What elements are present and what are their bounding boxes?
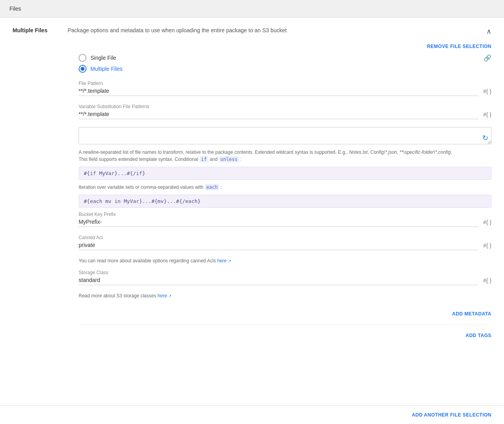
help-text-iteration: Iteration over variable sets or comma-se… <box>79 184 491 191</box>
transform-textarea[interactable] <box>79 127 491 144</box>
main-content: Multiple Files Package options and metad… <box>0 18 504 406</box>
variable-substitution-group: Variable Substitution File Patterns <box>79 104 478 119</box>
section-title: Multiple Files <box>13 27 68 33</box>
page-footer: ADD ANOTHER FILE SELECTION <box>0 406 504 424</box>
storage-class-input[interactable] <box>79 277 478 285</box>
iteration-text: Iteration over variable sets or comma-se… <box>79 184 222 190</box>
add-metadata-container: ADD METADATA <box>79 308 491 320</box>
each-example-text: #{each mv in MyVar}...#{mv}...#{/each} <box>84 198 200 204</box>
external-link-icon: ↗ <box>228 259 231 263</box>
textarea-row: ↻ <box>79 127 491 146</box>
bucket-key-prefix-group: Bucket Key Prefix <box>79 212 478 227</box>
storage-class-group: Storage Class <box>79 270 478 285</box>
divider-1 <box>79 324 491 325</box>
storage-class-info: Read more about S3 storage classes here … <box>79 293 491 299</box>
canned-acl-label: Canned Acl <box>79 235 478 240</box>
radio-circle-single[interactable] <box>79 54 86 62</box>
each-example-block: #{each mv in MyVar}...#{mv}...#{/each} <box>79 195 491 208</box>
storage-class-link[interactable]: here ↗ <box>158 293 171 299</box>
add-tags-link[interactable]: ADD TAGS <box>465 333 491 338</box>
bucket-key-prefix-label: Bucket Key Prefix <box>79 212 478 217</box>
section-description: Package options and metadata to use when… <box>68 27 486 33</box>
file-pattern-group: File Pattern <box>79 81 478 96</box>
collapse-icon[interactable]: ∧ <box>486 27 491 36</box>
file-pattern-row: File Pattern #{ } <box>79 81 491 96</box>
page-header-title: Files <box>9 6 21 12</box>
each-tag: each <box>205 184 219 190</box>
storage-class-icon[interactable]: #{ } <box>483 277 491 285</box>
if-example-block: #{if MyVar}...#{/if} <box>79 167 491 180</box>
add-tags-container: ADD TAGS <box>79 330 491 341</box>
variable-substitution-label: Variable Substitution File Patterns <box>79 104 478 109</box>
page-wrapper: Files Multiple Files Package options and… <box>0 0 504 424</box>
refresh-button[interactable]: ↻ <box>482 134 488 142</box>
help-text-wildcard: A newline-separated list of file names t… <box>79 149 491 163</box>
section-header: Multiple Files Package options and metad… <box>0 18 504 41</box>
variable-substitution-row: Variable Substitution File Patterns #{ } <box>79 104 491 119</box>
add-metadata-link[interactable]: ADD METADATA <box>452 311 491 317</box>
radio-multiple-files[interactable]: Multiple Files <box>79 65 491 73</box>
storage-class-info-text: Read more about S3 storage classes here … <box>79 293 171 299</box>
radio-single-file[interactable]: Single File 🔗 <box>79 54 491 62</box>
unless-tag: unless <box>219 156 239 162</box>
if-tag: if <box>200 156 208 162</box>
canned-acl-info-text: You can read more about available option… <box>79 258 231 264</box>
storage-class-row: Storage Class #{ } <box>79 270 491 285</box>
canned-acl-link[interactable]: here ↗ <box>217 258 231 264</box>
file-pattern-icon[interactable]: #{ } <box>483 88 491 96</box>
canned-acl-row: Canned Acl #{ } <box>79 235 491 250</box>
file-pattern-label: File Pattern <box>79 81 478 86</box>
bucket-key-prefix-input[interactable] <box>79 219 478 227</box>
bucket-key-prefix-icon[interactable]: #{ } <box>483 219 491 227</box>
canned-acl-icon[interactable]: #{ } <box>483 242 491 250</box>
page-header: Files <box>0 0 504 18</box>
link-icon: 🔗 <box>484 54 491 62</box>
variable-substitution-icon[interactable]: #{ } <box>483 111 491 119</box>
wildcard-description: A newline-separated list of file names t… <box>79 149 452 155</box>
remove-file-selection-link[interactable]: REMOVE FILE SELECTION <box>427 44 491 49</box>
bucket-key-prefix-row: Bucket Key Prefix #{ } <box>79 212 491 227</box>
radio-label-multiple: Multiple Files <box>90 66 123 72</box>
canned-acl-group: Canned Acl <box>79 235 478 250</box>
form-area: Single File 🔗 Multiple Files File Patter… <box>0 54 504 354</box>
file-pattern-input[interactable] <box>79 88 478 96</box>
storage-external-link-icon: ↗ <box>168 294 171 298</box>
remove-file-selection-container: REMOVE FILE SELECTION <box>0 41 504 54</box>
radio-label-single: Single File <box>90 55 116 61</box>
template-syntax-text: This field supports extended template sy… <box>79 156 242 162</box>
radio-group: Single File 🔗 Multiple Files <box>79 54 491 73</box>
variable-substitution-input[interactable] <box>79 111 478 119</box>
if-example-text: #{if MyVar}...#{/if} <box>84 170 145 176</box>
add-another-file-selection-link[interactable]: ADD ANOTHER FILE SELECTION <box>412 412 491 418</box>
canned-acl-info: You can read more about available option… <box>79 258 491 264</box>
radio-circle-multiple[interactable] <box>79 65 86 73</box>
canned-acl-input[interactable] <box>79 242 478 250</box>
storage-class-label: Storage Class <box>79 270 478 275</box>
